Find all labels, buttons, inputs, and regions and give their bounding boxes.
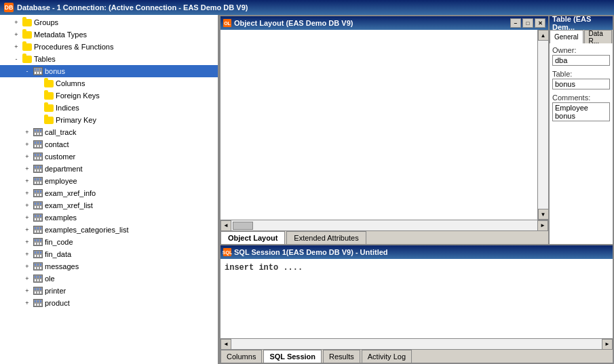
expander-product[interactable]: + [22,298,33,308]
label-metadata: Metadata Types [34,31,87,39]
tab-data-r[interactable]: Data R... [584,30,612,43]
expander-department[interactable]: + [22,163,33,174]
expander-metadata[interactable]: + [11,29,22,40]
label-examples: examples [45,214,77,222]
expander-bonus[interactable]: - [22,66,33,77]
table-info-content: Owner: dba Table: bonus Comments: Employ… [550,43,613,244]
expander-exam-list[interactable]: + [22,200,33,211]
expander-contact[interactable]: + [22,139,33,150]
label-columns: Columns [56,79,85,87]
top-right: OL Object Layout (EAS Demo DB V9) − □ ✕ [219,15,614,245]
expander-employee[interactable]: + [22,176,33,186]
tab-columns[interactable]: Columns [220,350,262,363]
expander-procedures[interactable]: + [11,41,22,52]
comments-value: Employee bonus [552,102,610,121]
tree-item-contact[interactable]: + contact [0,138,218,150]
table-name-label: Table: [552,70,610,78]
object-layout-title: Object Layout (EAS Demo DB V9) [234,19,353,27]
sql-hscroll[interactable]: ◄ ► [220,338,613,349]
maximize-button[interactable]: □ [522,18,533,28]
tree-item-printer[interactable]: + printer [0,285,218,297]
tab-extended-attrs[interactable]: Extended Attributes [286,231,366,244]
table-icon-employee [33,176,43,186]
tree-item-department[interactable]: + department [0,163,218,175]
tree-item-examples-cats[interactable]: + examples_categories_list [0,224,218,236]
close-button[interactable]: ✕ [535,18,545,28]
table-name-value: bonus [552,79,610,89]
table-icon-product [33,298,43,308]
left-panel: + Groups + Metadata Types + [0,15,219,364]
expander-customer[interactable]: + [22,151,33,162]
tree-item-product[interactable]: + product [0,297,218,309]
owner-value: dba [552,55,610,66]
table-info-panel: Table (EAS Dem... General Data R... Owne… [550,15,614,245]
expander-ole[interactable]: + [22,273,33,284]
tab-activity-log[interactable]: Activity Log [362,350,412,363]
tree-item-primary-key[interactable]: Primary Key [0,114,218,126]
object-layout-vscroll[interactable]: ▲ ▼ [537,30,548,220]
expander-fin-data[interactable]: + [22,249,33,260]
expander-call-track[interactable]: + [22,127,33,138]
expander-examples-cats[interactable]: + [22,224,33,235]
tree-item-procedures[interactable]: + Procedures & Functions [0,41,218,53]
hscroll-thumb[interactable] [233,222,253,230]
tab-general[interactable]: General [550,30,583,43]
tree-item-fin-data[interactable]: + fin_data [0,248,218,260]
label-groups: Groups [34,18,58,26]
minimize-button[interactable]: − [510,18,521,28]
scroll-track[interactable] [538,41,548,209]
hscroll-right-btn[interactable]: ► [537,220,548,231]
tree-item-tables[interactable]: - Tables [0,53,218,65]
sql-hscroll-right[interactable]: ► [602,339,613,350]
folder-icon-columns [43,78,54,89]
tree-item-call-track[interactable]: + call_track [0,126,218,138]
expander-examples[interactable]: + [22,212,33,223]
table-icon-fin-data [33,249,43,260]
tree-item-employee[interactable]: + employee [0,175,218,187]
sql-content[interactable]: insert into .... [220,259,613,338]
tree-item-columns[interactable]: Columns [0,77,218,89]
tree-item-bonus[interactable]: - bonus [0,65,218,77]
tree-item-groups[interactable]: + Groups [0,16,218,28]
tab-results[interactable]: Results [323,350,360,363]
object-layout-content [220,30,537,220]
table-icon-customer [33,151,43,162]
tab-object-layout[interactable]: Object Layout [220,231,285,244]
expander-messages[interactable]: + [22,261,33,272]
owner-label: Owner: [552,46,610,54]
comments-row: Comments: Employee bonus [552,94,610,121]
tree-item-customer[interactable]: + customer [0,150,218,163]
table-icon-exam-info [33,188,43,199]
table-icon-call-track [33,127,43,138]
tree-item-messages[interactable]: + messages [0,260,218,272]
scroll-up-btn[interactable]: ▲ [538,30,549,41]
tree-item-foreign-keys[interactable]: Foreign Keys [0,89,218,102]
tree-item-examples[interactable]: + examples [0,211,218,224]
expander-exam-info[interactable]: + [22,188,33,199]
tree-item-fin-code[interactable]: + fin_code [0,236,218,248]
expander-indices [33,102,43,113]
folder-icon-fk [43,90,54,101]
expander-printer[interactable]: + [22,285,33,296]
table-icon-fin-code [33,237,43,247]
expander-fin-code[interactable]: + [22,237,33,247]
tree-item-indices[interactable]: Indices [0,102,218,114]
tree-item-ole[interactable]: + ole [0,272,218,285]
expander-tables[interactable]: - [11,54,22,64]
tree-container[interactable]: + Groups + Metadata Types + [0,15,218,364]
table-icon-messages [33,261,43,272]
folder-icon-pk [43,115,54,125]
tab-sql-session[interactable]: SQL Session [263,350,322,363]
label-messages: messages [45,262,79,270]
expander-groups[interactable]: + [11,17,22,28]
table-icon-examples-cats [33,224,43,235]
tree-item-exam-xref-info[interactable]: + exam_xref_info [0,187,218,199]
tree-item-metadata[interactable]: + Metadata Types [0,28,218,41]
sql-hscroll-left[interactable]: ◄ [220,339,231,350]
label-ole: ole [45,275,55,283]
tree-item-exam-xref-list[interactable]: + exam_xref_list [0,199,218,211]
object-layout-hscroll[interactable]: ◄ ► [220,220,548,230]
folder-icon-procedures [22,41,33,52]
hscroll-left-btn[interactable]: ◄ [220,220,231,231]
scroll-down-btn[interactable]: ▼ [538,209,549,220]
